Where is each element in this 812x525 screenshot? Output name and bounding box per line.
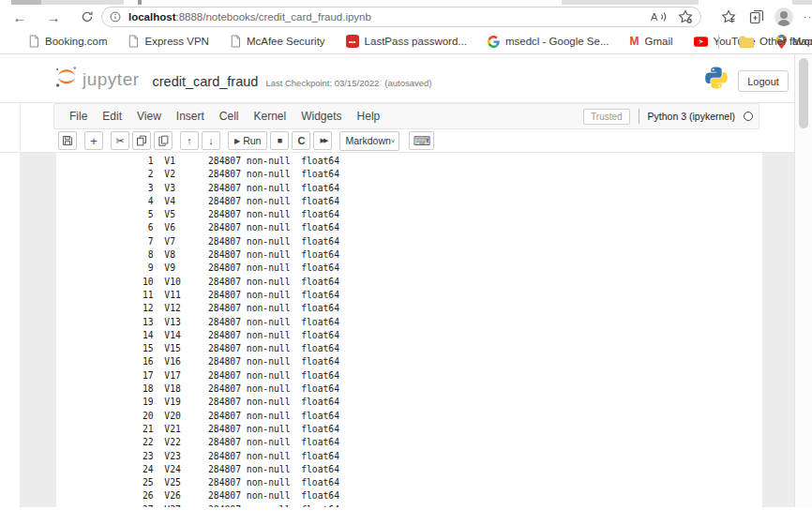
collections-icon[interactable] <box>746 5 767 29</box>
checkpoint-text: Last Checkpoint: 03/15/2022 <box>265 79 379 91</box>
avatar <box>774 8 793 26</box>
bookmarks-bar: Booking.comExpress VPNMcAfee Security•••… <box>0 29 812 54</box>
window-left-edge <box>20 103 21 507</box>
bookmark-item[interactable]: Booking.com <box>28 35 107 48</box>
screen: ← → localhost:8888/notebooks/credit_card… <box>0 0 812 525</box>
cut-cell-button[interactable]: ✂ <box>111 131 129 150</box>
bookmark-label: msedcl - Google Se... <box>505 36 609 47</box>
jupyter-logo-icon <box>54 64 79 90</box>
back-icon[interactable]: ← <box>9 5 30 29</box>
bookmark-label: McAfee Security <box>247 36 325 47</box>
menu-row: FileEditViewInsertCellKernelWidgetsHelp … <box>0 103 794 129</box>
bookmark-item[interactable]: •••LastPass password... <box>346 35 467 48</box>
bookmarks-list: Booking.comExpress VPNMcAfee Security•••… <box>28 29 812 53</box>
bookmark-item[interactable]: McAfee Security <box>230 35 325 48</box>
page-icon <box>28 35 39 48</box>
other-favorites-label: Other favorit <box>759 36 812 47</box>
menu-item-widgets[interactable]: Widgets <box>293 110 349 123</box>
run-icon: ▶ <box>234 137 240 145</box>
menu-item-insert[interactable]: Insert <box>169 110 212 123</box>
read-aloud-icon[interactable]: A <box>651 10 667 23</box>
menu-item-file[interactable]: File <box>62 110 95 123</box>
gmail-icon: M <box>630 36 639 47</box>
save-button[interactable] <box>58 131 77 150</box>
page-gutter-right <box>762 153 794 507</box>
copy-cell-button[interactable] <box>132 131 151 150</box>
move-cell-up-button[interactable]: ↑ <box>180 131 199 150</box>
command-palette-button[interactable]: ⌨ <box>409 131 434 150</box>
bookmarks-overflow-chevron[interactable]: › <box>698 29 701 53</box>
jupyter-wordmark: jupyter <box>83 70 140 90</box>
forward-icon[interactable]: → <box>43 5 64 29</box>
url-host: localhost <box>128 11 175 22</box>
bookmark-label: Gmail <box>645 36 673 47</box>
kernel-status-icon <box>744 112 753 121</box>
bookmark-label: Booking.com <box>45 36 107 47</box>
bookmark-item[interactable]: MGmail <box>630 36 673 47</box>
menu-item-cell[interactable]: Cell <box>212 110 247 123</box>
notebook-toolbar: + ✂ ↑ ↓ ▶Run ■ C ▶▶ Markdown ˅ ⌨ <box>0 129 794 153</box>
scrollbar-thumb[interactable] <box>799 58 808 128</box>
paste-cell-button[interactable] <box>154 131 173 150</box>
page-gutter-left <box>21 153 56 507</box>
add-cell-button[interactable]: + <box>84 131 103 150</box>
menu-item-view[interactable]: View <box>129 110 169 123</box>
kernel-name: Python 3 (ipykernel) <box>648 111 735 122</box>
trusted-badge: Trusted <box>583 109 630 125</box>
site-info-icon[interactable] <box>110 11 121 22</box>
bookmark-item[interactable]: Express VPN <box>128 35 208 48</box>
scrollbar[interactable] <box>794 54 812 507</box>
bookmark-item[interactable]: msedcl - Google Se... <box>488 36 609 48</box>
url-path: :8888/notebooks/credit_card_fraud.ipynb <box>175 11 370 22</box>
output-text: 1 V1 284807 non-null float64 2 V2 284807… <box>143 155 339 507</box>
other-favorites-button[interactable]: Other favorit <box>739 29 812 53</box>
browser-toolbar: ← → localhost:8888/notebooks/credit_card… <box>0 5 812 29</box>
menu-item-edit[interactable]: Edit <box>95 110 129 123</box>
google-icon <box>488 36 500 48</box>
svg-text:A: A <box>651 11 658 22</box>
bookmark-label: Express VPN <box>144 36 208 47</box>
chevron-down-icon: ˅ <box>391 137 396 145</box>
python-logo-icon <box>705 66 728 94</box>
jupyter-header: jupyter credit_card_fraud Last Checkpoin… <box>0 54 794 103</box>
bookmarks-divider <box>718 35 719 49</box>
refresh-icon[interactable] <box>77 5 98 29</box>
page-icon <box>230 35 241 48</box>
interrupt-kernel-button[interactable]: ■ <box>270 131 289 150</box>
menu-item-help[interactable]: Help <box>350 110 388 123</box>
folder-icon <box>739 36 754 48</box>
profile-avatar[interactable] <box>773 5 795 29</box>
logout-button[interactable]: Logout <box>738 70 789 92</box>
move-cell-down-button[interactable]: ↓ <box>202 131 220 150</box>
restart-kernel-button[interactable]: C <box>292 131 310 150</box>
browser-menu-icon[interactable]: ··· <box>799 5 812 29</box>
address-bar[interactable]: localhost:8888/notebooks/credit_card_fra… <box>101 7 701 27</box>
notebook-container[interactable]: 1 V1 284807 non-null float64 2 V2 284807… <box>56 153 762 507</box>
restart-run-all-button[interactable]: ▶▶ <box>313 131 332 150</box>
page-icon <box>128 35 139 48</box>
lastpass-icon: ••• <box>346 35 359 48</box>
notebook-title[interactable]: credit_card_fraud <box>153 75 259 91</box>
autosave-text: (autosaved) <box>384 79 431 91</box>
jupyter-brand[interactable]: jupyter credit_card_fraud Last Checkpoin… <box>54 64 432 90</box>
menu-bar: FileEditViewInsertCellKernelWidgetsHelp … <box>53 103 759 129</box>
cell-type-select[interactable]: Markdown ˅ <box>339 131 399 151</box>
bookmark-label: LastPass password... <box>365 36 467 47</box>
menu-item-kernel[interactable]: Kernel <box>247 110 294 123</box>
url-text[interactable]: localhost:8888/notebooks/credit_card_fra… <box>128 11 371 22</box>
menu-separator <box>639 109 639 124</box>
run-button[interactable]: ▶Run <box>228 131 267 150</box>
favorites-hub-icon[interactable] <box>718 5 739 29</box>
cell-type-value: Markdown <box>345 135 390 146</box>
notebook-content: 1 V1 284807 non-null float64 2 V2 284807… <box>0 153 794 507</box>
favorites-star-icon[interactable] <box>678 9 693 24</box>
